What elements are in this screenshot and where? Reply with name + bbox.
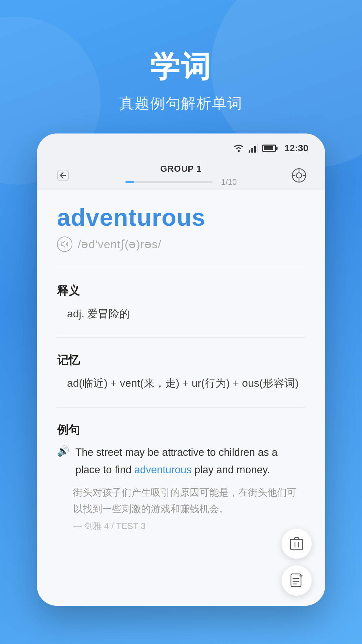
divider-1 <box>57 268 305 268</box>
svg-rect-4 <box>257 144 258 153</box>
phonetic-text: /əd'ventʃ(ə)rəs/ <box>78 237 162 251</box>
example-english: The street may be attractive to children… <box>75 444 305 479</box>
example-en-after: play and money. <box>191 464 270 476</box>
progress-fill <box>125 181 134 183</box>
pronunciation-button[interactable] <box>57 236 72 252</box>
progress-count: 1/10 <box>221 177 237 187</box>
status-icons <box>233 144 276 153</box>
progress-bar <box>125 181 213 183</box>
group-label: GROUP 1 <box>160 164 202 174</box>
divider-2 <box>57 337 305 338</box>
app-nav-header: GROUP 1 1/10 <box>37 157 325 190</box>
phonetic-row: /əd'ventʃ(ə)rəs/ <box>57 236 305 252</box>
app-subtitle: 真题例句解析单词 <box>119 94 243 113</box>
float-buttons <box>282 529 312 596</box>
app-title: 学词 <box>119 47 243 87</box>
svg-rect-3 <box>254 146 256 153</box>
wifi-icon <box>233 144 245 153</box>
example-highlight: adventurous <box>134 464 192 476</box>
word-text: adventurous <box>57 204 305 231</box>
example-label: 例句 <box>57 422 305 438</box>
memory-section: 记忆 ad(临近) + vent(来，走) + ur(行为) + ous(形容词… <box>57 353 305 392</box>
definition-content: adj. 爱冒险的 <box>57 305 305 323</box>
svg-rect-12 <box>291 540 303 550</box>
add-note-button[interactable] <box>282 566 312 596</box>
phone-mockup: 12:30 GROUP 1 1/10 <box>37 133 325 606</box>
status-bar: 12:30 <box>37 133 325 157</box>
nav-center: GROUP 1 1/10 <box>125 164 237 187</box>
add-note-icon <box>290 573 304 588</box>
speaker-icon <box>60 240 69 248</box>
delete-icon <box>290 536 303 551</box>
progress-row: 1/10 <box>125 177 237 187</box>
signal-icon <box>249 144 258 153</box>
example-section: 例句 🔊 The street may be attractive to chi… <box>57 422 305 532</box>
app-header-section: 学词 真题例句解析单词 <box>119 0 243 133</box>
memory-content: ad(临近) + vent(来，走) + ur(行为) + ous(形容词) <box>57 374 305 392</box>
example-source: — 剑雅 4 / TEST 3 <box>57 520 305 532</box>
battery-icon <box>262 145 276 152</box>
memory-label: 记忆 <box>57 353 305 368</box>
svg-point-7 <box>296 173 302 178</box>
svg-rect-1 <box>249 150 250 153</box>
svg-rect-2 <box>251 148 253 153</box>
settings-icon <box>291 167 307 183</box>
delete-button[interactable] <box>282 529 312 559</box>
status-time: 12:30 <box>284 143 308 154</box>
settings-button[interactable] <box>290 166 308 185</box>
example-row: 🔊 The street may be attractive to childr… <box>57 444 305 479</box>
back-icon <box>57 169 69 181</box>
definition-section: 释义 adj. 爱冒险的 <box>57 283 305 323</box>
bottom-spacer <box>57 539 305 592</box>
definition-label: 释义 <box>57 283 305 299</box>
example-chinese: 街头对孩子们产生吸引的原因可能是，在街头他们可以找到一些刺激的游戏和赚钱机会。 <box>57 484 305 518</box>
back-button[interactable] <box>54 166 72 185</box>
divider-3 <box>57 407 305 408</box>
example-speaker-icon[interactable]: 🔊 <box>57 445 69 457</box>
svg-point-0 <box>238 150 240 152</box>
